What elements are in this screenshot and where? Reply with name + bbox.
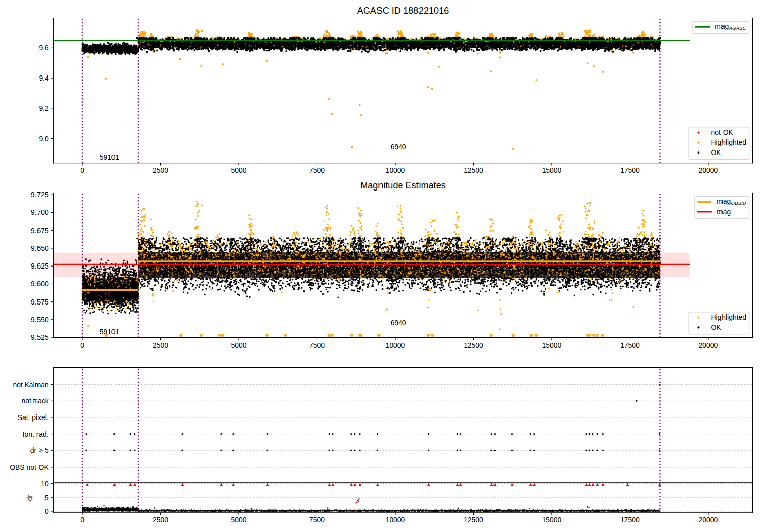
svg-text:9.2: 9.2 [39,104,49,112]
svg-text:not track: not track [21,397,48,405]
svg-text:10: 10 [41,480,49,488]
svg-text:7500: 7500 [309,516,325,524]
svg-text:17500: 17500 [620,516,640,524]
svg-text:10000: 10000 [386,166,405,174]
svg-text:mag: mag [717,208,731,216]
svg-text:17500: 17500 [620,166,640,174]
svg-text:AGASC ID 188221016: AGASC ID 188221016 [357,6,449,16]
svg-text:9.4: 9.4 [39,74,49,82]
svg-text:12500: 12500 [464,166,483,174]
svg-text:20000: 20000 [699,166,718,174]
svg-text:0: 0 [80,166,84,174]
svg-text:not Kalman: not Kalman [13,381,48,389]
svg-text:OK: OK [711,148,722,157]
svg-text:6940: 6940 [391,143,406,151]
svg-text:12500: 12500 [464,341,483,349]
svg-text:Magnitude Estimates: Magnitude Estimates [360,180,446,191]
svg-text:0: 0 [45,507,49,515]
svg-text:9.575: 9.575 [31,298,49,306]
svg-text:20000: 20000 [699,341,718,349]
svg-text:9.700: 9.700 [31,208,49,216]
svg-text:6940: 6940 [391,319,406,327]
svg-text:59101: 59101 [100,153,120,161]
svg-text:12500: 12500 [464,516,483,524]
svg-text:59101: 59101 [100,328,120,336]
svg-text:9.6: 9.6 [39,44,49,52]
svg-text:9.0: 9.0 [39,135,49,143]
svg-text:9.725: 9.725 [31,191,49,199]
svg-text:0: 0 [80,516,84,524]
svg-text:Highlighted: Highlighted [711,138,746,146]
svg-text:2500: 2500 [153,516,168,524]
svg-text:10000: 10000 [386,516,405,524]
svg-text:5000: 5000 [231,341,247,349]
svg-text:20000: 20000 [699,516,718,524]
svg-text:9.600: 9.600 [31,280,49,288]
svg-text:OK: OK [711,323,722,331]
svg-text:dr: dr [26,494,34,501]
svg-text:OBS not OK: OBS not OK [10,463,49,471]
svg-text:10000: 10000 [386,341,405,349]
svg-text:2500: 2500 [153,341,168,349]
svg-text:9.625: 9.625 [31,262,49,270]
svg-text:5000: 5000 [231,516,247,524]
svg-text:Highlighted: Highlighted [711,313,746,321]
svg-text:7500: 7500 [309,341,325,349]
svg-text:7500: 7500 [309,166,325,174]
svg-text:15000: 15000 [542,516,562,524]
svg-text:0: 0 [80,341,84,349]
svg-text:5000: 5000 [231,166,247,174]
svg-text:dr > 5: dr > 5 [30,446,49,454]
svg-text:15000: 15000 [542,341,562,349]
svg-text:9.525: 9.525 [31,333,49,341]
svg-text:Ion. rad.: Ion. rad. [23,430,49,438]
svg-text:17500: 17500 [620,341,640,349]
svg-text:2500: 2500 [153,166,168,174]
svg-text:5: 5 [45,493,49,502]
svg-text:9.550: 9.550 [31,316,49,324]
svg-text:Sat. pixel.: Sat. pixel. [18,413,49,422]
svg-text:not OK: not OK [711,128,734,136]
svg-text:9.675: 9.675 [31,226,49,235]
svg-text:9.650: 9.650 [31,244,49,252]
svg-text:15000: 15000 [542,166,562,174]
